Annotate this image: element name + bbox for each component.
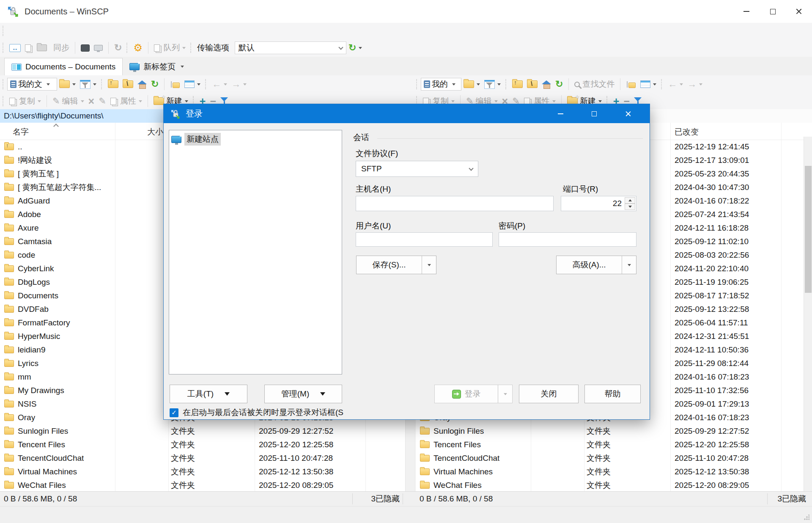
- edit-button[interactable]: ✎编辑: [50, 94, 86, 108]
- save-dropdown[interactable]: [422, 256, 436, 274]
- preferences-button[interactable]: ⚙: [131, 41, 145, 55]
- delete-button[interactable]: ×: [86, 94, 97, 108]
- file-row[interactable]: Sunlogin Files 文件夹 2025-09-29 12:27:52: [416, 424, 812, 438]
- queue-button[interactable]: 队列: [152, 41, 188, 55]
- close-button[interactable]: [786, 0, 812, 23]
- right-drive-combo[interactable]: 我的: [421, 78, 461, 91]
- properties-button[interactable]: 属性: [108, 94, 144, 108]
- checkbox-checked[interactable]: ✓: [170, 408, 178, 417]
- root-directory-button[interactable]: [525, 77, 540, 91]
- login-button[interactable]: 登录: [434, 385, 513, 403]
- back-button[interactable]: ←: [666, 77, 685, 91]
- password-input[interactable]: [499, 232, 636, 247]
- port-value: 22: [613, 196, 622, 211]
- host-input[interactable]: [356, 196, 554, 211]
- find-files-button[interactable]: 查找文件: [572, 77, 617, 91]
- spin-up-button[interactable]: [625, 197, 635, 204]
- site-list[interactable]: 新建站点: [169, 130, 342, 374]
- spin-down-button[interactable]: [625, 204, 635, 210]
- file-row[interactable]: TencentCloudChat 文件夹 2025-11-10 20:47:28: [0, 451, 414, 465]
- dialog-titlebar[interactable]: 登录: [164, 104, 650, 123]
- dialog-maximize-button[interactable]: [584, 107, 605, 121]
- toolbar-grip[interactable]: [3, 96, 5, 106]
- tree-view-button[interactable]: [624, 77, 638, 91]
- protocol-select[interactable]: SFTP: [356, 161, 478, 177]
- tab-documents[interactable]: Documents – Documents: [4, 58, 123, 75]
- file-row[interactable]: Virtual Machines 文件夹 2025-12-12 13:50:38: [0, 465, 414, 479]
- advanced-button[interactable]: 高级(A)...: [556, 256, 636, 274]
- port-stepper[interactable]: 22: [561, 196, 636, 211]
- filter-button[interactable]: [78, 77, 99, 91]
- toolbar-grip[interactable]: [505, 79, 508, 89]
- toolbar-grip[interactable]: [3, 79, 5, 89]
- toolbar-grip[interactable]: [126, 43, 129, 53]
- column-header-name[interactable]: 名字: [13, 127, 29, 138]
- toolbar-grip[interactable]: [416, 79, 418, 89]
- open-terminal-button[interactable]: [79, 41, 92, 55]
- toolbar-grip[interactable]: [661, 79, 663, 89]
- file-row[interactable]: Tencent Files 文件夹 2025-12-20 12:25:58: [0, 438, 414, 451]
- file-row[interactable]: Sunlogin Files 文件夹 2025-09-29 12:27:52: [0, 424, 414, 438]
- file-row[interactable]: WeChat Files 文件夹 2025-12-20 08:29:05: [0, 479, 414, 491]
- open-directory-button[interactable]: [57, 77, 78, 91]
- copy-button[interactable]: 复制: [7, 94, 43, 108]
- toggle-panels-button[interactable]: ↔: [7, 41, 23, 55]
- toolbar-grip[interactable]: [3, 43, 5, 53]
- maximize-button[interactable]: [760, 0, 786, 23]
- parent-directory-button[interactable]: [510, 77, 525, 91]
- file-name: Oray: [18, 411, 35, 424]
- right-scrollbar[interactable]: [804, 137, 812, 491]
- chevron-down-icon: [598, 100, 602, 102]
- toolbar-grip[interactable]: [205, 79, 207, 89]
- tab-new[interactable]: 新标签页: [123, 58, 191, 75]
- download-button[interactable]: [35, 41, 49, 55]
- file-name: WeChat Files: [18, 479, 66, 491]
- open-directory-button[interactable]: [461, 77, 482, 91]
- forward-button[interactable]: →: [685, 77, 705, 91]
- synchronize-browsing-button[interactable]: [92, 41, 105, 55]
- minimize-button[interactable]: [733, 0, 760, 23]
- file-row[interactable]: WeChat Files 文件夹 2025-12-20 08:29:05: [416, 479, 812, 491]
- home-directory-button[interactable]: [135, 77, 149, 91]
- refresh-button[interactable]: ↻: [149, 77, 161, 91]
- show-login-checkbox-row[interactable]: ✓ 在启动与最后会话被关闭时显示登录对话框(S: [170, 407, 343, 418]
- tools-button[interactable]: 工具(T): [170, 385, 247, 403]
- menubar-grip[interactable]: [3, 26, 5, 36]
- resize-grip[interactable]: [804, 515, 809, 520]
- toolbar-grip[interactable]: [101, 79, 103, 89]
- refresh-session-button[interactable]: ↻: [112, 41, 124, 55]
- advanced-dropdown[interactable]: [622, 256, 636, 274]
- details-view-button[interactable]: [182, 77, 203, 91]
- parent-directory-button[interactable]: [106, 77, 121, 91]
- column-header-size[interactable]: 大小: [115, 127, 163, 138]
- manage-button[interactable]: 管理(M): [264, 385, 342, 403]
- save-button[interactable]: 保存(S)...: [356, 256, 436, 274]
- username-input[interactable]: [356, 232, 493, 247]
- transfer-preset-combo[interactable]: 默认: [235, 41, 346, 54]
- file-row[interactable]: TencentCloudChat 文件夹 2025-11-10 20:47:28: [416, 451, 812, 465]
- filter-button[interactable]: [482, 77, 503, 91]
- scrollbar-thumb[interactable]: [805, 166, 812, 293]
- toolbar-grip[interactable]: [190, 43, 192, 53]
- synchronize-button[interactable]: 同步: [49, 41, 71, 55]
- forward-button[interactable]: →: [229, 77, 249, 91]
- details-view-button[interactable]: [638, 77, 658, 91]
- upload-button[interactable]: [23, 41, 35, 55]
- file-row[interactable]: Virtual Machines 文件夹 2025-12-12 13:50:38: [416, 465, 812, 479]
- dialog-close-button[interactable]: [617, 107, 639, 121]
- login-dropdown[interactable]: [498, 385, 512, 403]
- dialog-minimize-button[interactable]: [550, 107, 571, 121]
- refresh-button[interactable]: ↻: [553, 77, 565, 91]
- left-drive-combo[interactable]: 我的文: [7, 78, 57, 91]
- rename-button[interactable]: ✎: [96, 94, 108, 108]
- column-header-changed[interactable]: 已改变: [675, 127, 699, 138]
- home-directory-button[interactable]: [540, 77, 553, 91]
- transfer-settings-button[interactable]: ↻: [346, 41, 364, 55]
- help-button[interactable]: 帮助: [584, 385, 641, 403]
- close-session-button[interactable]: 关闭: [519, 385, 579, 403]
- root-directory-button[interactable]: [121, 77, 135, 91]
- file-row[interactable]: Tencent Files 文件夹 2025-12-20 12:25:58: [416, 438, 812, 451]
- tree-view-button[interactable]: [168, 77, 182, 91]
- site-item-new[interactable]: 新建站点: [171, 133, 340, 146]
- back-button[interactable]: ←: [210, 77, 229, 91]
